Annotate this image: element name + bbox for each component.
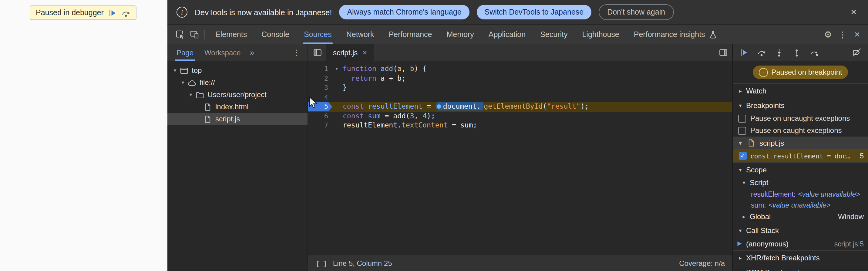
- chevron-right-icon: ▸: [736, 269, 744, 271]
- deactivate-breakpoints-icon[interactable]: [851, 47, 862, 58]
- tab-performance-insights[interactable]: Performance insights: [627, 25, 725, 44]
- switch-to-japanese-button[interactable]: Switch DevTools to Japanese: [477, 5, 592, 20]
- xhr-breakpoints-header[interactable]: ▸ XHR/fetch Breakpoints: [733, 251, 868, 265]
- scope-variable-row[interactable]: resultElement: <value unavailable>: [733, 189, 868, 200]
- editor-tab-script-js[interactable]: script.js ×: [326, 44, 375, 61]
- section-label: Call Stack: [746, 226, 779, 235]
- tab-page[interactable]: Page: [171, 44, 199, 61]
- tab-label: Console: [261, 30, 289, 38]
- tree-item-top[interactable]: ▾top: [167, 64, 308, 77]
- line-number[interactable]: 7: [308, 121, 332, 130]
- call-stack-section-header[interactable]: ▾ Call Stack: [733, 223, 868, 237]
- dont-show-again-button[interactable]: Don't show again: [599, 4, 674, 20]
- breakpoint-file-label: script.js: [760, 139, 784, 147]
- resume-icon[interactable]: [108, 8, 117, 17]
- call-stack-frame[interactable]: (anonymous) script.js:5: [733, 237, 868, 250]
- pretty-print-icon[interactable]: { }: [315, 260, 328, 267]
- tab-security[interactable]: Security: [533, 25, 575, 44]
- code-line: 7resultElement.textContent = sum;: [308, 121, 732, 130]
- tab-label: Network: [346, 30, 374, 38]
- toggle-navigator-icon[interactable]: [308, 44, 326, 61]
- navigator-header: Page Workspace » ⋮: [167, 44, 308, 61]
- fold-spacer: [332, 74, 341, 83]
- chevron-down-icon: ▾: [736, 167, 744, 173]
- breakpoints-section-header[interactable]: ▾ Breakpoints: [733, 98, 868, 112]
- cursor-position: Line 5, Column 25: [333, 259, 392, 268]
- always-match-language-button[interactable]: Always match Chrome's language: [339, 5, 469, 20]
- pause-uncaught-exceptions-row[interactable]: Pause on uncaught exceptions: [733, 112, 868, 124]
- tab-performance[interactable]: Performance: [381, 25, 439, 44]
- cloud-icon: [187, 78, 197, 87]
- tree-item-users-user-project[interactable]: ▾Users/user/project: [167, 89, 308, 101]
- toggle-debugger-sidebar-icon[interactable]: [714, 44, 732, 61]
- tab-memory[interactable]: Memory: [439, 25, 481, 44]
- step-icon[interactable]: [809, 47, 819, 58]
- tab-application[interactable]: Application: [481, 25, 533, 44]
- infobar-message: DevTools is now available in Japanese!: [195, 8, 332, 17]
- navigator-kebab-icon[interactable]: ⋮: [289, 48, 304, 57]
- tab-label: Application: [489, 30, 526, 38]
- tab-label: Performance insights: [634, 30, 705, 38]
- breakpoint-code: const resultElement = doc…: [750, 152, 856, 159]
- line-number[interactable]: 2: [308, 74, 332, 83]
- step-out-icon[interactable]: [792, 47, 802, 58]
- tab-console[interactable]: Console: [254, 25, 297, 44]
- infobar-close-icon[interactable]: ×: [848, 7, 859, 17]
- line-number[interactable]: 3: [308, 83, 332, 93]
- scope-global-group[interactable]: ▸ Global Window: [733, 211, 868, 223]
- section-label: XHR/fetch Breakpoints: [746, 253, 820, 262]
- disclosure-icon[interactable]: ▾: [179, 80, 187, 86]
- device-toolbar-icon[interactable]: [187, 27, 202, 41]
- scope-variable-row[interactable]: sum: <value unavailable>: [733, 200, 868, 211]
- step-over-icon[interactable]: [121, 8, 130, 17]
- overflow-chevrons-icon[interactable]: »: [246, 48, 258, 57]
- inspect-icon[interactable]: [172, 27, 187, 41]
- breakpoint-checkbox[interactable]: ✓: [739, 152, 747, 160]
- disclosure-icon[interactable]: ▾: [187, 92, 195, 98]
- toolbar-right: ⚙ ⋮ ×: [821, 27, 864, 41]
- tab-label: Performance: [389, 30, 432, 38]
- tree-item-index-html[interactable]: index.html: [167, 101, 308, 113]
- breakpoints-section: ▾ Breakpoints Pause on uncaught exceptio…: [733, 98, 868, 162]
- frame-name: (anonymous): [746, 239, 788, 248]
- fold-arrow-icon[interactable]: ▾: [332, 64, 341, 74]
- tab-workspace[interactable]: Workspace: [199, 44, 246, 61]
- tab-elements[interactable]: Elements: [208, 25, 254, 44]
- pause-caught-exceptions-row[interactable]: Pause on caught exceptions: [733, 124, 868, 137]
- step-into-icon[interactable]: [774, 47, 784, 58]
- evaluated-token-highlight[interactable]: document.: [436, 102, 484, 111]
- debugger-sidebar: i Paused on breakpoint ▸ Watch ▾ Breakpo…: [733, 61, 868, 271]
- folder-icon: [195, 90, 205, 99]
- editor-tabstrip: script.js ×: [308, 44, 732, 61]
- disclosure-icon[interactable]: ▾: [171, 67, 179, 73]
- tree-item-script-js[interactable]: script.js: [167, 113, 308, 125]
- breakpoint-entry[interactable]: ✓ const resultElement = doc… 5: [733, 149, 868, 162]
- line-number[interactable]: 6: [308, 111, 332, 121]
- paused-status-text: Paused on breakpoint: [771, 68, 842, 77]
- checkbox-unchecked[interactable]: [738, 114, 746, 122]
- step-over-icon[interactable]: [756, 47, 767, 58]
- tab-network[interactable]: Network: [339, 25, 381, 44]
- checkbox-unchecked[interactable]: [738, 126, 746, 134]
- code-text: }: [341, 83, 347, 93]
- tab-close-icon[interactable]: ×: [363, 49, 367, 56]
- resume-icon[interactable]: [739, 47, 749, 58]
- section-label: Watch: [746, 87, 766, 95]
- code-editor[interactable]: 1▾function add(a, b) {2 return a + b;3}4…: [308, 61, 732, 255]
- line-number[interactable]: 1: [308, 64, 332, 74]
- mouse-cursor: [309, 96, 318, 109]
- breakpoint-file-group[interactable]: ▾ script.js: [733, 137, 868, 149]
- scope-script-group[interactable]: ▾ Script: [733, 177, 868, 189]
- gear-icon[interactable]: ⚙: [821, 27, 835, 41]
- tree-item-file[interactable]: ▾file://: [167, 77, 308, 89]
- devtools-close-icon[interactable]: ×: [850, 27, 864, 41]
- file-icon: [746, 139, 756, 148]
- dom-breakpoints-section: ▸ DOM Breakpoints: [733, 265, 868, 271]
- watch-section-header[interactable]: ▸ Watch: [733, 84, 868, 98]
- kebab-menu-icon[interactable]: ⋮: [835, 27, 850, 41]
- variable-value: <value unavailable>: [769, 202, 831, 209]
- tab-sources[interactable]: Sources: [297, 25, 339, 44]
- scope-section-header[interactable]: ▾ Scope: [733, 163, 868, 177]
- tab-lighthouse[interactable]: Lighthouse: [575, 25, 626, 44]
- dom-breakpoints-header[interactable]: ▸ DOM Breakpoints: [733, 265, 868, 271]
